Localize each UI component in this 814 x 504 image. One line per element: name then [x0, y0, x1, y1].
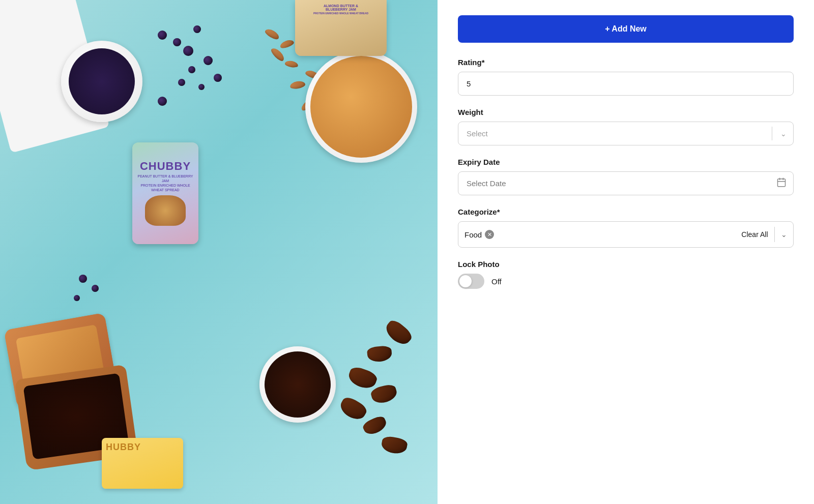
almond [289, 80, 306, 90]
date-input[interactable] [458, 171, 794, 195]
expiry-date-label: Expiry Date [458, 158, 794, 166]
blueberry [183, 46, 193, 56]
almond [270, 46, 286, 63]
bottom-packet-text: HUBBY [102, 438, 183, 457]
categorize-label: Categorize* [458, 207, 794, 216]
food-tag-text: Food [464, 230, 482, 239]
blueberry [79, 275, 87, 283]
blueberry [193, 25, 201, 33]
blueberry [158, 31, 167, 40]
blueberry [188, 66, 195, 73]
food-tag: Food ✕ [464, 228, 494, 241]
categorize-section: Categorize* Food ✕ Clear All ⌄ [458, 207, 794, 248]
food-background: CHUBBY PEANUT BUTTER & BLUEBERRY JAMPROT… [0, 0, 438, 504]
date-fruit-4 [367, 345, 392, 363]
almond [264, 27, 281, 41]
packet-brand-name: CHUBBY [140, 161, 191, 172]
date-fruit-6 [361, 414, 389, 437]
blueberry [204, 56, 213, 65]
peanut-butter-bowl [305, 51, 417, 163]
blueberry-bowl [61, 41, 142, 122]
weight-select-wrapper: Select 100g 200g 500g 1kg ⌄ [458, 122, 794, 145]
rating-label: Rating* [458, 58, 794, 67]
date-fruit-5 [383, 318, 415, 348]
blueberry [173, 38, 181, 46]
jam-bowl [259, 346, 336, 423]
blueberry [178, 79, 185, 86]
categorize-chevron-icon[interactable]: ⌄ [781, 230, 787, 239]
toggle-row: Off [458, 274, 794, 289]
categorize-wrapper[interactable]: Food ✕ Clear All ⌄ [458, 221, 794, 248]
weight-section: Weight Select 100g 200g 500g 1kg ⌄ [458, 108, 794, 145]
chubby-packet: CHUBBY PEANUT BUTTER & BLUEBERRY JAMPROT… [132, 142, 198, 244]
blueberry [92, 285, 99, 292]
blueberry [74, 295, 80, 301]
categorize-divider [774, 227, 775, 242]
toggle-state-label: Off [491, 277, 502, 286]
add-new-button[interactable]: + Add New [458, 15, 794, 43]
date-fruit-3 [337, 395, 369, 423]
lock-photo-section: Lock Photo Off [458, 260, 794, 289]
lock-photo-label: Lock Photo [458, 260, 794, 269]
blueberry [158, 97, 167, 106]
food-image-panel: CHUBBY PEANUT BUTTER & BLUEBERRY JAMPROT… [0, 0, 438, 504]
blueberry [198, 84, 205, 90]
weight-label: Weight [458, 108, 794, 116]
clear-all-button[interactable]: Clear All [741, 230, 768, 239]
expiry-date-section: Expiry Date [458, 158, 794, 195]
rating-input[interactable] [458, 72, 794, 96]
toggle-thumb [459, 275, 472, 287]
food-tag-remove-button[interactable]: ✕ [485, 230, 494, 239]
lock-photo-toggle[interactable] [458, 274, 484, 289]
top-packet: ALMOND BUTTER &BLUEBERRY JAMPROTEIN ENRI… [295, 0, 387, 56]
date-fruit-7 [381, 435, 409, 455]
almond [284, 60, 299, 68]
date-fruit-2 [370, 383, 399, 405]
date-fruit-1 [346, 365, 379, 392]
weight-select[interactable]: Select 100g 200g 500g 1kg [458, 122, 794, 145]
date-wrapper [458, 171, 794, 195]
form-panel: + Add New Rating* Weight Select 100g 200… [438, 0, 814, 504]
bottom-packet: HUBBY [102, 438, 183, 489]
almond [279, 39, 295, 50]
rating-section: Rating* [458, 58, 794, 96]
blueberry [214, 74, 222, 82]
packet-flavor: PEANUT BUTTER & BLUEBERRY JAMPROTEIN ENR… [136, 174, 194, 192]
packet-product-image [145, 195, 186, 226]
weight-select-divider [772, 127, 773, 140]
